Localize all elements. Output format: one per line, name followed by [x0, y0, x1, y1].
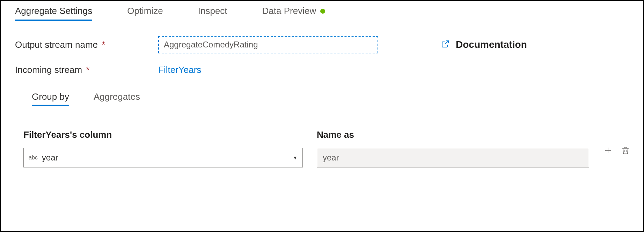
status-dot-icon	[320, 9, 325, 14]
documentation-label: Documentation	[456, 39, 527, 50]
incoming-stream-row: Incoming stream * FilterYears	[15, 65, 629, 75]
chevron-down-icon: ▼	[293, 155, 298, 160]
tab-label: Optimize	[127, 6, 163, 16]
external-link-icon	[441, 40, 449, 50]
incoming-stream-label: Incoming stream *	[15, 65, 158, 75]
name-as-col: Name as	[317, 129, 589, 167]
subtab-label: Aggregates	[94, 91, 140, 102]
incoming-stream-value[interactable]: FilterYears	[158, 65, 201, 75]
aggregate-settings-panel: Aggregate Settings Optimize Inspect Data…	[0, 0, 644, 232]
dropdown-value: year	[42, 153, 288, 163]
tab-data-preview[interactable]: Data Preview	[262, 1, 325, 21]
column-selector-col: FilterYears's column abc year ▼	[23, 129, 303, 167]
tab-inspect[interactable]: Inspect	[198, 1, 227, 21]
name-as-input[interactable]	[317, 148, 589, 167]
subtab-group-by[interactable]: Group by	[32, 91, 69, 105]
subtab-aggregates[interactable]: Aggregates	[94, 91, 140, 105]
group-by-grid: FilterYears's column abc year ▼ Name as	[15, 129, 629, 167]
add-row-button[interactable]	[603, 146, 613, 156]
column-dropdown[interactable]: abc year ▼	[23, 148, 303, 167]
tab-optimize[interactable]: Optimize	[127, 1, 163, 21]
subtab-label: Group by	[32, 91, 69, 102]
label-text: Incoming stream	[15, 65, 82, 75]
column-header: FilterYears's column	[23, 129, 303, 140]
type-badge: abc	[29, 155, 38, 161]
row-actions	[603, 146, 630, 156]
content-area: Output stream name * Documentation Incom…	[1, 21, 643, 167]
required-asterisk: *	[86, 65, 89, 75]
tab-label: Inspect	[198, 6, 227, 16]
trash-icon	[621, 146, 630, 156]
plus-icon	[604, 146, 612, 156]
output-stream-input[interactable]	[158, 36, 378, 53]
output-stream-label: Output stream name *	[15, 39, 158, 50]
tab-label: Aggregate Settings	[15, 6, 92, 16]
main-tabs: Aggregate Settings Optimize Inspect Data…	[1, 1, 643, 21]
delete-row-button[interactable]	[621, 146, 630, 156]
tab-aggregate-settings[interactable]: Aggregate Settings	[15, 1, 92, 21]
tab-label: Data Preview	[262, 6, 316, 16]
documentation-link[interactable]: Documentation	[441, 39, 527, 50]
label-text: Output stream name	[15, 39, 98, 50]
sub-tabs: Group by Aggregates	[15, 91, 629, 105]
name-as-header: Name as	[317, 129, 589, 140]
required-asterisk: *	[102, 39, 105, 50]
output-stream-row: Output stream name * Documentation	[15, 36, 629, 53]
